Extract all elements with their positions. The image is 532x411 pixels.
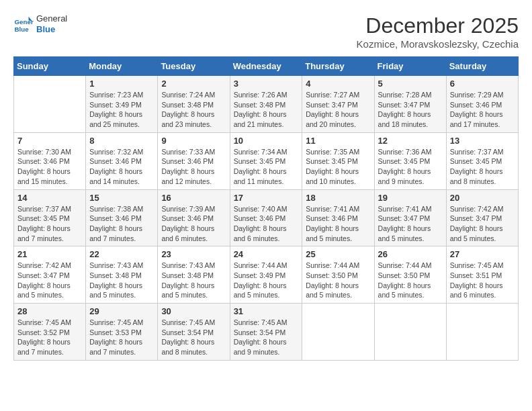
day-number: 30 (161, 306, 226, 316)
calendar-cell: 9Sunrise: 7:33 AM Sunset: 3:46 PM Daylig… (158, 132, 230, 189)
calendar-cell: 11Sunrise: 7:35 AM Sunset: 3:45 PM Dayli… (302, 132, 374, 189)
weekday-header-saturday: Saturday (446, 57, 518, 76)
calendar-cell: 21Sunrise: 7:42 AM Sunset: 3:47 PM Dayli… (14, 246, 86, 304)
day-info: Sunrise: 7:26 AM Sunset: 3:48 PM Dayligh… (234, 90, 299, 130)
calendar-cell: 24Sunrise: 7:44 AM Sunset: 3:49 PM Dayli… (230, 246, 302, 304)
day-info: Sunrise: 7:40 AM Sunset: 3:46 PM Dayligh… (234, 204, 299, 244)
day-info: Sunrise: 7:45 AM Sunset: 3:54 PM Dayligh… (234, 318, 299, 357)
day-number: 4 (306, 79, 370, 89)
calendar-cell: 12Sunrise: 7:36 AM Sunset: 3:45 PM Dayli… (374, 132, 446, 189)
calendar-week-row: 7Sunrise: 7:30 AM Sunset: 3:46 PM Daylig… (14, 132, 519, 189)
weekday-header-row: SundayMondayTuesdayWednesdayThursdayFrid… (14, 57, 519, 76)
calendar-cell: 13Sunrise: 7:37 AM Sunset: 3:45 PM Dayli… (446, 132, 518, 189)
calendar-cell: 26Sunrise: 7:44 AM Sunset: 3:50 PM Dayli… (374, 246, 446, 304)
calendar-cell: 31Sunrise: 7:45 AM Sunset: 3:54 PM Dayli… (230, 304, 302, 361)
day-number: 3 (234, 79, 299, 89)
day-number: 22 (89, 249, 154, 259)
day-info: Sunrise: 7:41 AM Sunset: 3:46 PM Dayligh… (306, 204, 370, 244)
calendar-week-row: 21Sunrise: 7:42 AM Sunset: 3:47 PM Dayli… (14, 246, 519, 304)
day-number: 21 (17, 249, 82, 259)
svg-text:Blue: Blue (15, 25, 30, 32)
day-info: Sunrise: 7:38 AM Sunset: 3:46 PM Dayligh… (89, 204, 154, 244)
day-number: 23 (161, 249, 226, 259)
calendar-cell (302, 304, 374, 361)
day-info: Sunrise: 7:27 AM Sunset: 3:47 PM Dayligh… (306, 90, 370, 130)
day-info: Sunrise: 7:36 AM Sunset: 3:45 PM Dayligh… (378, 147, 443, 187)
day-number: 15 (89, 193, 154, 203)
day-info: Sunrise: 7:32 AM Sunset: 3:46 PM Dayligh… (89, 147, 154, 187)
day-number: 26 (378, 249, 443, 259)
svg-text:General: General (15, 18, 34, 26)
day-info: Sunrise: 7:44 AM Sunset: 3:50 PM Dayligh… (306, 261, 370, 300)
calendar-cell: 4Sunrise: 7:27 AM Sunset: 3:47 PM Daylig… (302, 76, 374, 133)
day-number: 28 (17, 306, 82, 316)
day-number: 29 (89, 306, 154, 316)
day-info: Sunrise: 7:30 AM Sunset: 3:46 PM Dayligh… (17, 147, 82, 187)
calendar-cell: 25Sunrise: 7:44 AM Sunset: 3:50 PM Dayli… (302, 246, 374, 304)
day-info: Sunrise: 7:42 AM Sunset: 3:47 PM Dayligh… (17, 261, 82, 300)
calendar-cell: 23Sunrise: 7:43 AM Sunset: 3:48 PM Dayli… (158, 246, 230, 304)
logo: General Blue General Blue (13, 13, 67, 34)
day-info: Sunrise: 7:24 AM Sunset: 3:48 PM Dayligh… (161, 90, 226, 130)
day-info: Sunrise: 7:34 AM Sunset: 3:45 PM Dayligh… (234, 147, 299, 187)
weekday-header-thursday: Thursday (302, 57, 374, 76)
day-info: Sunrise: 7:23 AM Sunset: 3:49 PM Dayligh… (89, 90, 154, 130)
day-number: 8 (89, 136, 154, 146)
weekday-header-tuesday: Tuesday (158, 57, 230, 76)
title-block: December 2025 Kozmice, Moravskoslezsky, … (357, 13, 519, 50)
day-number: 6 (450, 79, 515, 89)
weekday-header-monday: Monday (86, 57, 158, 76)
day-number: 7 (17, 136, 82, 146)
day-info: Sunrise: 7:33 AM Sunset: 3:46 PM Dayligh… (161, 147, 226, 187)
calendar-table: SundayMondayTuesdayWednesdayThursdayFrid… (13, 56, 519, 361)
day-info: Sunrise: 7:45 AM Sunset: 3:51 PM Dayligh… (450, 261, 515, 300)
day-info: Sunrise: 7:37 AM Sunset: 3:45 PM Dayligh… (17, 204, 82, 244)
calendar-cell: 16Sunrise: 7:39 AM Sunset: 3:46 PM Dayli… (158, 189, 230, 246)
day-number: 12 (378, 136, 443, 146)
calendar-cell: 10Sunrise: 7:34 AM Sunset: 3:45 PM Dayli… (230, 132, 302, 189)
day-number: 20 (450, 193, 515, 203)
logo-general: General (36, 13, 67, 24)
day-info: Sunrise: 7:45 AM Sunset: 3:53 PM Dayligh… (89, 318, 154, 357)
calendar-cell: 19Sunrise: 7:41 AM Sunset: 3:47 PM Dayli… (374, 189, 446, 246)
calendar-cell: 22Sunrise: 7:43 AM Sunset: 3:48 PM Dayli… (86, 246, 158, 304)
weekday-header-wednesday: Wednesday (230, 57, 302, 76)
day-number: 19 (378, 193, 443, 203)
month-year-title: December 2025 (357, 13, 519, 38)
day-info: Sunrise: 7:43 AM Sunset: 3:48 PM Dayligh… (161, 261, 226, 300)
calendar-cell: 1Sunrise: 7:23 AM Sunset: 3:49 PM Daylig… (86, 76, 158, 133)
calendar-cell: 28Sunrise: 7:45 AM Sunset: 3:52 PM Dayli… (14, 304, 86, 361)
day-info: Sunrise: 7:37 AM Sunset: 3:45 PM Dayligh… (450, 147, 515, 187)
day-number: 17 (234, 193, 299, 203)
calendar-week-row: 28Sunrise: 7:45 AM Sunset: 3:52 PM Dayli… (14, 304, 519, 361)
day-number: 13 (450, 136, 515, 146)
day-info: Sunrise: 7:39 AM Sunset: 3:46 PM Dayligh… (161, 204, 226, 244)
calendar-cell: 2Sunrise: 7:24 AM Sunset: 3:48 PM Daylig… (158, 76, 230, 133)
calendar-cell: 20Sunrise: 7:42 AM Sunset: 3:47 PM Dayli… (446, 189, 518, 246)
day-info: Sunrise: 7:45 AM Sunset: 3:52 PM Dayligh… (17, 318, 82, 357)
day-number: 27 (450, 249, 515, 259)
day-number: 5 (378, 79, 443, 89)
day-number: 31 (234, 306, 299, 316)
day-info: Sunrise: 7:44 AM Sunset: 3:49 PM Dayligh… (234, 261, 299, 300)
day-number: 14 (17, 193, 82, 203)
day-info: Sunrise: 7:44 AM Sunset: 3:50 PM Dayligh… (378, 261, 443, 300)
day-number: 11 (306, 136, 370, 146)
logo-icon: General Blue (13, 14, 34, 34)
day-info: Sunrise: 7:43 AM Sunset: 3:48 PM Dayligh… (89, 261, 154, 300)
day-info: Sunrise: 7:41 AM Sunset: 3:47 PM Dayligh… (378, 204, 443, 244)
location-subtitle: Kozmice, Moravskoslezsky, Czechia (357, 38, 519, 50)
calendar-cell (446, 304, 518, 361)
day-info: Sunrise: 7:29 AM Sunset: 3:46 PM Dayligh… (450, 90, 515, 130)
calendar-cell: 6Sunrise: 7:29 AM Sunset: 3:46 PM Daylig… (446, 76, 518, 133)
day-number: 9 (161, 136, 226, 146)
day-number: 2 (161, 79, 226, 89)
day-number: 18 (306, 193, 370, 203)
calendar-week-row: 14Sunrise: 7:37 AM Sunset: 3:45 PM Dayli… (14, 189, 519, 246)
calendar-cell: 14Sunrise: 7:37 AM Sunset: 3:45 PM Dayli… (14, 189, 86, 246)
day-number: 16 (161, 193, 226, 203)
page-header: General Blue General Blue December 2025 … (13, 13, 519, 50)
day-info: Sunrise: 7:45 AM Sunset: 3:54 PM Dayligh… (161, 318, 226, 357)
day-number: 24 (234, 249, 299, 259)
calendar-week-row: 1Sunrise: 7:23 AM Sunset: 3:49 PM Daylig… (14, 76, 519, 133)
